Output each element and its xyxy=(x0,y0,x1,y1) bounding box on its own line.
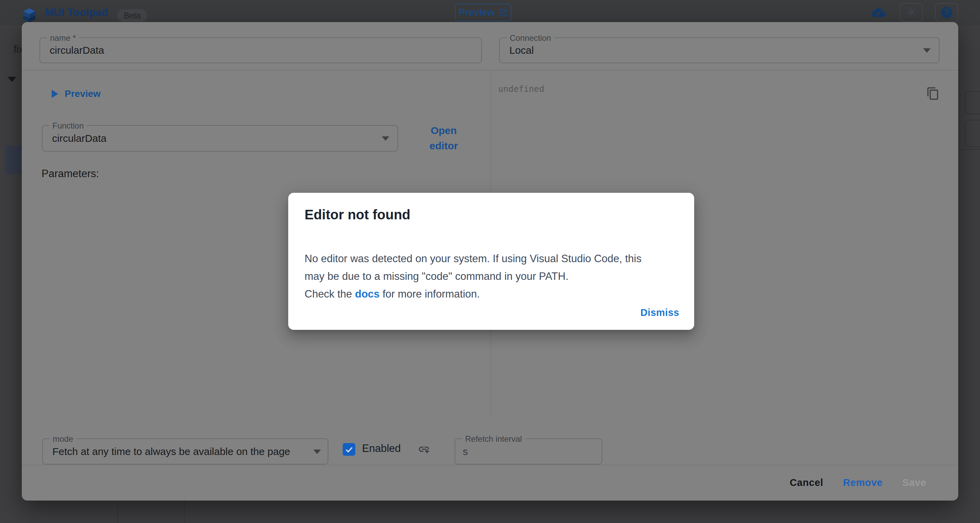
background-divider xyxy=(959,149,980,150)
enabled-checkbox[interactable] xyxy=(343,443,355,456)
copy-icon xyxy=(926,87,940,100)
dialog-actions: Cancel Remove Save xyxy=(22,465,958,501)
mode-select-value: Fetch at any time to always be available… xyxy=(52,439,290,464)
play-arrow-icon xyxy=(51,89,59,98)
background-panel-divider xyxy=(118,501,118,523)
refetch-interval-label: Refetch interval xyxy=(462,434,525,444)
cloud-done-icon xyxy=(871,6,886,19)
open-editor-button[interactable]: Open editor xyxy=(423,123,465,153)
connection-select[interactable]: Connection Local xyxy=(499,37,940,63)
dropdown-arrow-icon xyxy=(313,450,321,454)
dialog-body: No editor was detected on your system. I… xyxy=(305,250,682,303)
dropdown-arrow-icon xyxy=(923,48,931,53)
light-mode-icon xyxy=(905,6,918,19)
background-panel-divider xyxy=(185,501,185,523)
add-link-icon xyxy=(418,442,430,457)
theme-toggle-button[interactable] xyxy=(900,3,923,22)
connection-select-value: Local xyxy=(509,38,534,63)
copy-result-button[interactable] xyxy=(924,85,942,102)
check-icon xyxy=(345,445,353,454)
dismiss-button[interactable]: Dismiss xyxy=(636,304,684,322)
preview-app-button[interactable]: Preview xyxy=(455,4,511,21)
app-top-bar: MUI Toolpad Beta Preview xyxy=(0,0,980,25)
refetch-interval-adornment: s xyxy=(463,439,468,464)
mode-select[interactable]: mode Fetch at any time to always be avai… xyxy=(42,438,328,464)
parameters-label: Parameters: xyxy=(41,168,99,180)
docs-link[interactable]: docs xyxy=(355,288,379,300)
dialog-title: Editor not found xyxy=(305,207,410,222)
refetch-interval-field[interactable]: Refetch interval s xyxy=(455,438,602,464)
background-field-outline xyxy=(965,120,980,147)
dialog-body-line3-prefix: Check the xyxy=(305,288,355,300)
beta-badge: Beta xyxy=(117,9,147,22)
dialog-body-line1: No editor was detected on your system. I… xyxy=(305,253,641,265)
dropdown-arrow-icon xyxy=(382,136,389,141)
enabled-checkbox-label: Enabled xyxy=(362,442,401,455)
dialog-body-line3-suffix: for more information. xyxy=(380,288,480,300)
header-divider xyxy=(22,70,958,70)
remove-button[interactable]: Remove xyxy=(843,477,882,488)
help-button[interactable] xyxy=(935,3,958,22)
cancel-button[interactable]: Cancel xyxy=(790,477,824,488)
open-in-new-icon xyxy=(498,8,508,17)
name-field-value: circularData xyxy=(50,38,104,63)
function-select-value: circularData xyxy=(52,126,107,151)
app-title: MUI Toolpad xyxy=(45,0,108,25)
preview-accordion-label: Preview xyxy=(65,89,101,99)
editor-not-found-dialog: Editor not found No editor was detected … xyxy=(288,193,694,330)
sync-status-button[interactable] xyxy=(867,3,890,22)
bind-property-button[interactable] xyxy=(416,441,432,457)
help-icon xyxy=(940,6,953,19)
name-field[interactable]: name * circularData xyxy=(40,37,482,63)
background-selected-item xyxy=(5,146,23,174)
preview-accordion-toggle[interactable]: Preview xyxy=(51,89,101,99)
query-result-value: undefined xyxy=(498,84,544,94)
preview-app-button-label: Preview xyxy=(459,7,495,18)
dialog-body-line2: may be due to a missing "code" command i… xyxy=(305,270,569,282)
save-button[interactable]: Save xyxy=(902,477,926,488)
chevron-down-icon xyxy=(8,77,16,82)
function-select[interactable]: Function circularData xyxy=(42,125,398,152)
background-field-outline xyxy=(965,91,980,114)
toolpad-logo-icon xyxy=(23,8,35,22)
